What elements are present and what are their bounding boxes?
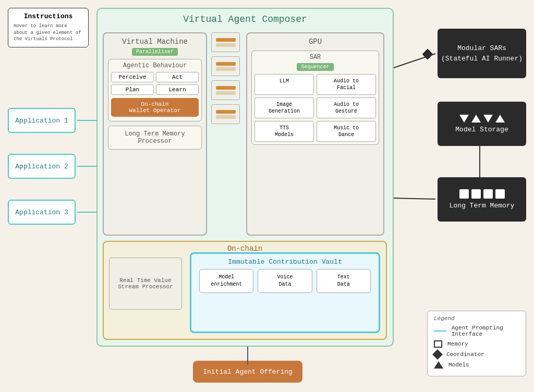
instructions-subtitle: Hover to learn more about a given elemen… [14, 23, 83, 43]
legend-triangle-icon [434, 361, 443, 369]
icv-text: TextData [317, 269, 371, 293]
diamond-icon-container [421, 48, 434, 63]
modular-sars-label: Modular SARs (Stateful AI Runner) [438, 43, 526, 64]
app-2-label: Application 2 [15, 163, 68, 170]
legend-line-icon [434, 330, 446, 332]
sar-grid: LLM Audio toFacial ImageGeneration Audio… [254, 74, 376, 142]
svg-marker-0 [422, 49, 433, 59]
module-2 [211, 56, 240, 76]
legend-diamond-icon [432, 349, 443, 360]
model-storage-label: Model Storage [455, 126, 508, 133]
legend-agent-label: Agent Prompting Interface [452, 325, 519, 337]
vac-title: Virtual Agent Composer [98, 9, 393, 27]
mem-sq-3 [483, 189, 493, 199]
learn-cell: Learn [156, 84, 199, 95]
legend-models: Models [434, 361, 519, 369]
triangle-down-1 [459, 115, 469, 123]
gpu-box: GPU SAR Sequencer LLM Audio toFacial Ima… [246, 32, 384, 236]
triangle-down-2 [483, 115, 493, 123]
onchain-box: On-chain Real Time Value Stream Processo… [103, 241, 387, 340]
iao-box[interactable]: Initial Agent Offering [193, 361, 302, 383]
svg-line-6 [394, 198, 435, 199]
mem-sq-2 [471, 189, 481, 199]
icv-voice: VoiceData [258, 269, 312, 293]
app-3-label: Application 3 [15, 209, 68, 216]
app-2-box[interactable]: Application 2 [8, 154, 76, 179]
rtvsp-label: Real Time Value Stream Processor [112, 277, 179, 290]
module-4 [211, 104, 240, 124]
instructions-title: Instructions [14, 13, 83, 20]
module-1 [211, 32, 240, 52]
agentic-box: Agentic Behaviour Perceive Act Plan Lear… [108, 59, 202, 121]
long-term-memory-label: Long Term Memory [450, 202, 515, 210]
agentic-grid: Perceive Act Plan Learn [111, 72, 199, 95]
module-bar-light-2 [216, 67, 236, 71]
vac-box: Virtual Agent Composer Virtual Machine P… [96, 8, 394, 347]
legend-square-icon [434, 340, 442, 348]
iao-label: Initial Agent Offering [203, 368, 293, 376]
icv-grid: Modelenrichment VoiceData TextData [191, 269, 379, 293]
icv-box: Immutable Contribution Vault Modelenrich… [190, 252, 380, 333]
legend-coordinator-label: Coordinator [446, 351, 484, 358]
sequencer-badge: Sequencer [297, 63, 333, 71]
legend-memory-label: Memory [447, 341, 468, 347]
plan-cell: Plan [111, 84, 154, 95]
sar-tts: TTSModels [254, 121, 314, 142]
sar-box: SAR Sequencer LLM Audio toFacial ImageGe… [251, 51, 379, 145]
module-bar-light-1 [216, 43, 236, 47]
module-bar-light-4 [216, 115, 236, 119]
rtvsp-box: Real Time Value Stream Processor [109, 258, 182, 310]
modular-sars-box: Modular SARs (Stateful AI Runner) [438, 29, 526, 78]
legend-coordinator: Coordinator [434, 351, 519, 358]
long-term-memory-box: Long Term Memory [438, 177, 526, 222]
sar-music-dance: Music toDance [317, 121, 376, 142]
app-1-label: Application 1 [15, 117, 68, 125]
mem-sq-4 [495, 189, 505, 199]
app-3-box[interactable]: Application 3 [8, 200, 76, 225]
module-bar-orange-2 [216, 62, 236, 66]
vm-box: Virtual Machine Paralleliser Agentic Beh… [103, 32, 207, 236]
legend-memory: Memory [434, 340, 519, 348]
module-bar-orange-1 [216, 38, 236, 42]
legend-box: Legend Agent Prompting Interface Memory … [427, 311, 526, 376]
ltmp-label: Long Term Memory Processor [125, 130, 185, 145]
sar-audio-facial: Audio toFacial [317, 74, 376, 95]
legend-title: Legend [434, 315, 519, 322]
model-storage-box: Model Storage [438, 102, 526, 146]
stacked-modules [211, 32, 242, 128]
legend-models-label: Models [448, 362, 469, 368]
triangle-up-2 [495, 115, 505, 123]
module-bar-orange-3 [216, 86, 236, 90]
app-1-box[interactable]: Application 1 [8, 108, 76, 133]
module-3 [211, 80, 240, 100]
agentic-title: Agentic Behaviour [111, 62, 199, 69]
memory-squares [459, 189, 505, 199]
sar-llm: LLM [254, 74, 314, 95]
instructions-box: Instructions Hover to learn more about a… [8, 8, 89, 47]
icv-model: Modelenrichment [199, 269, 253, 293]
paralleliser-badge: Paralleliser [132, 48, 178, 56]
ltmp-box: Long Term Memory Processor [108, 126, 202, 150]
gpu-title: GPU [247, 33, 383, 48]
triangle-up-1 [471, 115, 481, 123]
module-bar-orange-4 [216, 110, 236, 114]
icv-title: Immutable Contribution Vault [191, 254, 379, 269]
mem-sq-1 [459, 189, 469, 199]
legend-agent-prompting: Agent Prompting Interface [434, 325, 519, 337]
triangle-icons [459, 115, 505, 123]
sar-audio-gesture: Audio toGesture [317, 97, 376, 118]
diamond-icon [421, 48, 434, 60]
sar-image-gen: ImageGeneration [254, 97, 314, 118]
vm-title: Virtual Machine [104, 33, 206, 48]
perceive-cell: Perceive [111, 72, 154, 82]
sar-title: SAR [254, 54, 376, 61]
act-cell: Act [156, 72, 199, 82]
module-bar-light-3 [216, 91, 236, 95]
wallet-btn[interactable]: On-chainWallet Operator [111, 98, 199, 117]
